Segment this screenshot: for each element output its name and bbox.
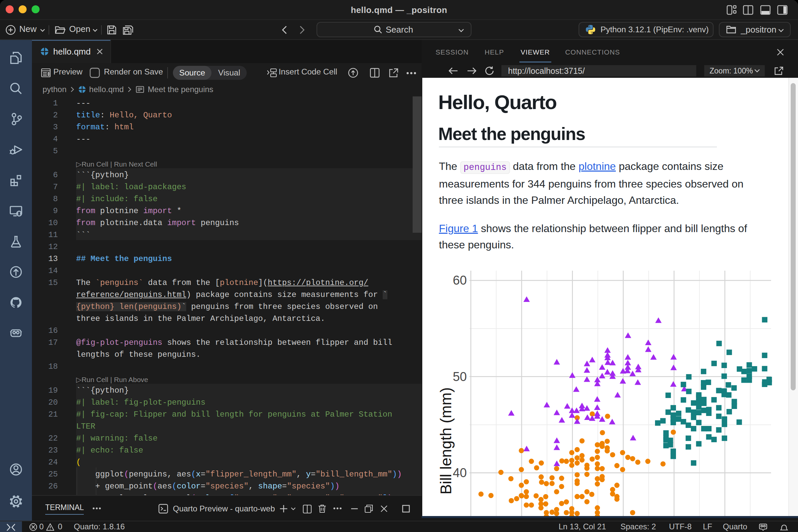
svg-text:60: 60 (453, 273, 467, 287)
svg-text:50: 50 (453, 370, 467, 384)
svg-text:40: 40 (453, 466, 467, 480)
svg-text:Bill length (mm): Bill length (mm) (437, 387, 455, 494)
